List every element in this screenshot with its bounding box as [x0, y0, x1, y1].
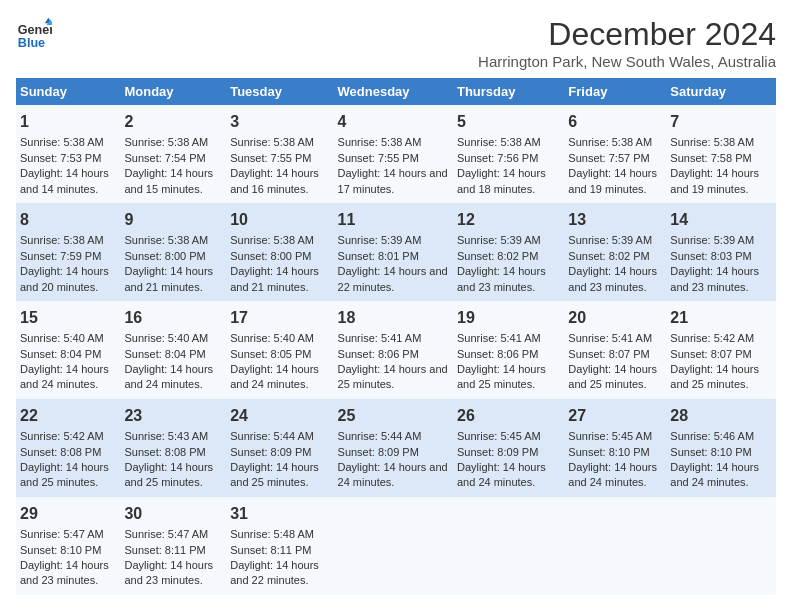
day-number: 20 — [568, 307, 662, 329]
calendar-cell — [564, 497, 666, 595]
calendar-cell: 11Sunrise: 5:39 AMSunset: 8:01 PMDayligh… — [334, 203, 453, 301]
sunset-text: Sunset: 7:55 PM — [338, 152, 419, 164]
sunset-text: Sunset: 8:10 PM — [20, 544, 101, 556]
sunrise-text: Sunrise: 5:41 AM — [457, 332, 541, 344]
day-number: 21 — [670, 307, 772, 329]
sunset-text: Sunset: 7:54 PM — [124, 152, 205, 164]
calendar-cell: 6Sunrise: 5:38 AMSunset: 7:57 PMDaylight… — [564, 105, 666, 203]
day-number: 12 — [457, 209, 560, 231]
daylight-text: Daylight: 14 hours and 19 minutes. — [568, 167, 657, 194]
sunrise-text: Sunrise: 5:45 AM — [457, 430, 541, 442]
day-number: 5 — [457, 111, 560, 133]
day-number: 30 — [124, 503, 222, 525]
daylight-text: Daylight: 14 hours and 24 minutes. — [124, 363, 213, 390]
daylight-text: Daylight: 14 hours and 17 minutes. — [338, 167, 448, 194]
sunset-text: Sunset: 8:06 PM — [338, 348, 419, 360]
day-number: 6 — [568, 111, 662, 133]
sunrise-text: Sunrise: 5:44 AM — [338, 430, 422, 442]
logo-icon: General Blue — [16, 16, 52, 52]
calendar-cell: 9Sunrise: 5:38 AMSunset: 8:00 PMDaylight… — [120, 203, 226, 301]
daylight-text: Daylight: 14 hours and 24 minutes. — [20, 363, 109, 390]
daylight-text: Daylight: 14 hours and 25 minutes. — [568, 363, 657, 390]
calendar-cell: 30Sunrise: 5:47 AMSunset: 8:11 PMDayligh… — [120, 497, 226, 595]
daylight-text: Daylight: 14 hours and 19 minutes. — [670, 167, 759, 194]
header-friday: Friday — [564, 78, 666, 105]
sunset-text: Sunset: 8:09 PM — [457, 446, 538, 458]
daylight-text: Daylight: 14 hours and 24 minutes. — [457, 461, 546, 488]
day-number: 2 — [124, 111, 222, 133]
page-title: December 2024 — [478, 16, 776, 53]
calendar-cell: 27Sunrise: 5:45 AMSunset: 8:10 PMDayligh… — [564, 399, 666, 497]
calendar-cell: 29Sunrise: 5:47 AMSunset: 8:10 PMDayligh… — [16, 497, 120, 595]
calendar-cell: 12Sunrise: 5:39 AMSunset: 8:02 PMDayligh… — [453, 203, 564, 301]
day-number: 3 — [230, 111, 329, 133]
calendar-table: SundayMondayTuesdayWednesdayThursdayFrid… — [16, 78, 776, 595]
calendar-cell: 2Sunrise: 5:38 AMSunset: 7:54 PMDaylight… — [120, 105, 226, 203]
day-number: 14 — [670, 209, 772, 231]
daylight-text: Daylight: 14 hours and 23 minutes. — [568, 265, 657, 292]
sunset-text: Sunset: 8:08 PM — [20, 446, 101, 458]
sunset-text: Sunset: 8:00 PM — [230, 250, 311, 262]
daylight-text: Daylight: 14 hours and 22 minutes. — [338, 265, 448, 292]
sunrise-text: Sunrise: 5:39 AM — [670, 234, 754, 246]
day-number: 17 — [230, 307, 329, 329]
daylight-text: Daylight: 14 hours and 25 minutes. — [124, 461, 213, 488]
daylight-text: Daylight: 14 hours and 15 minutes. — [124, 167, 213, 194]
sunrise-text: Sunrise: 5:48 AM — [230, 528, 314, 540]
day-number: 27 — [568, 405, 662, 427]
week-row-5: 29Sunrise: 5:47 AMSunset: 8:10 PMDayligh… — [16, 497, 776, 595]
day-number: 29 — [20, 503, 116, 525]
sunrise-text: Sunrise: 5:40 AM — [124, 332, 208, 344]
day-number: 4 — [338, 111, 449, 133]
daylight-text: Daylight: 14 hours and 22 minutes. — [230, 559, 319, 586]
sunset-text: Sunset: 7:58 PM — [670, 152, 751, 164]
day-number: 23 — [124, 405, 222, 427]
daylight-text: Daylight: 14 hours and 24 minutes. — [568, 461, 657, 488]
sunset-text: Sunset: 8:09 PM — [338, 446, 419, 458]
calendar-cell: 21Sunrise: 5:42 AMSunset: 8:07 PMDayligh… — [666, 301, 776, 399]
calendar-cell: 4Sunrise: 5:38 AMSunset: 7:55 PMDaylight… — [334, 105, 453, 203]
sunset-text: Sunset: 8:09 PM — [230, 446, 311, 458]
sunset-text: Sunset: 8:03 PM — [670, 250, 751, 262]
header-row: SundayMondayTuesdayWednesdayThursdayFrid… — [16, 78, 776, 105]
sunrise-text: Sunrise: 5:38 AM — [20, 234, 104, 246]
daylight-text: Daylight: 14 hours and 25 minutes. — [230, 461, 319, 488]
sunset-text: Sunset: 7:57 PM — [568, 152, 649, 164]
daylight-text: Daylight: 14 hours and 14 minutes. — [20, 167, 109, 194]
day-number: 1 — [20, 111, 116, 133]
day-number: 22 — [20, 405, 116, 427]
day-number: 15 — [20, 307, 116, 329]
day-number: 8 — [20, 209, 116, 231]
calendar-cell: 1Sunrise: 5:38 AMSunset: 7:53 PMDaylight… — [16, 105, 120, 203]
calendar-cell: 19Sunrise: 5:41 AMSunset: 8:06 PMDayligh… — [453, 301, 564, 399]
sunset-text: Sunset: 7:59 PM — [20, 250, 101, 262]
sunrise-text: Sunrise: 5:42 AM — [20, 430, 104, 442]
sunset-text: Sunset: 8:02 PM — [457, 250, 538, 262]
day-number: 28 — [670, 405, 772, 427]
day-number: 7 — [670, 111, 772, 133]
sunrise-text: Sunrise: 5:38 AM — [457, 136, 541, 148]
daylight-text: Daylight: 14 hours and 24 minutes. — [670, 461, 759, 488]
calendar-cell — [666, 497, 776, 595]
daylight-text: Daylight: 14 hours and 18 minutes. — [457, 167, 546, 194]
header-saturday: Saturday — [666, 78, 776, 105]
daylight-text: Daylight: 14 hours and 23 minutes. — [670, 265, 759, 292]
sunrise-text: Sunrise: 5:41 AM — [338, 332, 422, 344]
sunrise-text: Sunrise: 5:38 AM — [568, 136, 652, 148]
sunset-text: Sunset: 8:10 PM — [568, 446, 649, 458]
sunrise-text: Sunrise: 5:39 AM — [457, 234, 541, 246]
header-monday: Monday — [120, 78, 226, 105]
day-number: 26 — [457, 405, 560, 427]
calendar-cell — [453, 497, 564, 595]
sunset-text: Sunset: 8:07 PM — [670, 348, 751, 360]
calendar-cell: 24Sunrise: 5:44 AMSunset: 8:09 PMDayligh… — [226, 399, 333, 497]
sunset-text: Sunset: 8:10 PM — [670, 446, 751, 458]
daylight-text: Daylight: 14 hours and 25 minutes. — [20, 461, 109, 488]
sunset-text: Sunset: 8:07 PM — [568, 348, 649, 360]
week-row-4: 22Sunrise: 5:42 AMSunset: 8:08 PMDayligh… — [16, 399, 776, 497]
day-number: 24 — [230, 405, 329, 427]
sunrise-text: Sunrise: 5:39 AM — [338, 234, 422, 246]
sunrise-text: Sunrise: 5:43 AM — [124, 430, 208, 442]
sunrise-text: Sunrise: 5:38 AM — [124, 136, 208, 148]
sunrise-text: Sunrise: 5:40 AM — [20, 332, 104, 344]
